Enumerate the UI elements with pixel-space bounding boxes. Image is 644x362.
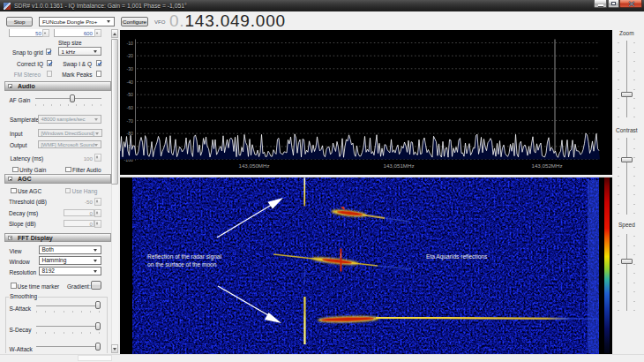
- svg-text:143,052MHz: 143,052MHz: [531, 162, 562, 169]
- svg-text:Eta Aquarids reflections: Eta Aquarids reflections: [426, 253, 488, 260]
- svg-text:-20: -20: [127, 53, 134, 58]
- svg-text:Reflection of the radar signal: Reflection of the radar signal: [147, 253, 221, 260]
- svg-text:143,050MHz: 143,050MHz: [238, 162, 269, 169]
- svg-text:-70: -70: [127, 117, 134, 123]
- svg-text:-50: -50: [127, 92, 134, 97]
- svg-text:on the surface of the moon: on the surface of the moon: [147, 261, 217, 268]
- svg-text:-40: -40: [127, 79, 134, 84]
- svg-text:-10: -10: [127, 40, 134, 45]
- svg-text:143,051MHz: 143,051MHz: [383, 162, 414, 169]
- svg-text:-60: -60: [127, 105, 134, 110]
- svg-text:-80: -80: [127, 131, 134, 136]
- svg-text:-30: -30: [127, 66, 134, 72]
